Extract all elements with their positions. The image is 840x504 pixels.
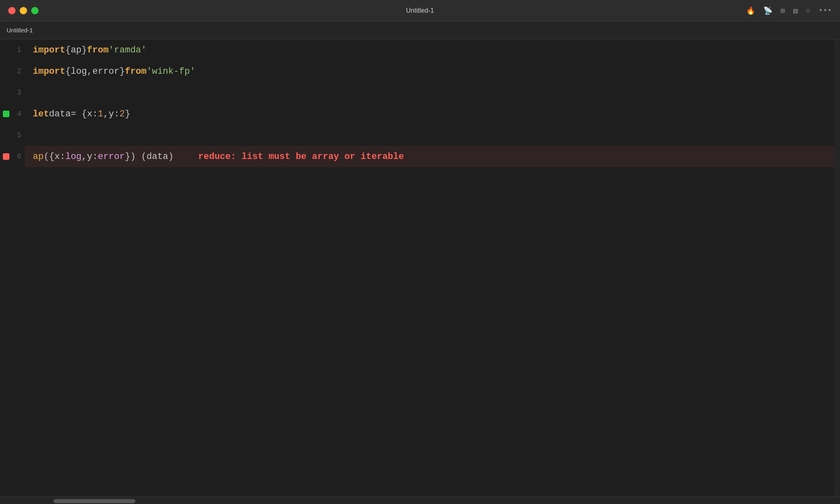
- token-import-2: import: [33, 66, 65, 77]
- split-editor-icon[interactable]: ⊞: [781, 6, 785, 15]
- breakpoint-area-4[interactable]: [0, 111, 12, 117]
- token-string-2: 'wink-fp': [146, 66, 195, 77]
- sidebar-icon[interactable]: ▤: [793, 6, 798, 15]
- token-string-1: 'ramda': [109, 45, 146, 55]
- gutter-row-1: 1: [0, 39, 25, 61]
- line-number-5: 5: [12, 131, 25, 139]
- traffic-lights: [8, 7, 39, 14]
- line-number-1: 1: [12, 46, 25, 54]
- gutter-row-4: 4: [0, 103, 25, 125]
- token-error: error: [98, 152, 125, 162]
- token-from-2: from: [125, 66, 146, 77]
- circle-icon[interactable]: ○: [806, 7, 810, 15]
- token-log: log: [65, 152, 82, 162]
- token-from-1: from: [87, 45, 109, 55]
- token-let: let: [33, 109, 49, 119]
- error-message: reduce: list must be array or iterable: [198, 152, 404, 162]
- breakpoint-area-6[interactable]: [0, 153, 12, 160]
- editor-container: 1 2 3 4 5: [0, 39, 840, 497]
- code-line-1: import { ap } from 'ramda': [25, 39, 840, 61]
- scrollbar-thumb[interactable]: [53, 499, 135, 503]
- tab-title[interactable]: Untitled-1: [7, 27, 33, 34]
- code-line-5: [25, 125, 840, 146]
- flame-icon[interactable]: 🔥: [746, 6, 755, 15]
- gutter-row-2: 2: [0, 61, 25, 82]
- line-number-6: 6: [12, 152, 25, 161]
- code-line-2: import { log , error } from 'wink-fp': [25, 61, 840, 82]
- code-line-3: [25, 82, 840, 103]
- gutter-row-6: 6: [0, 146, 25, 167]
- token-ap: ap: [33, 152, 43, 162]
- close-button[interactable]: [8, 7, 16, 14]
- gutter: 1 2 3 4 5: [0, 39, 25, 497]
- minimize-button[interactable]: [20, 7, 27, 14]
- gutter-row-3: 3: [0, 82, 25, 103]
- title-bar-actions: 🔥 📡 ⊞ ▤ ○ •••: [746, 6, 832, 15]
- vertical-scrollbar[interactable]: [834, 39, 840, 504]
- line-number-4: 4: [12, 110, 25, 118]
- line-number-2: 2: [12, 67, 25, 75]
- tab-bar: Untitled-1: [0, 21, 840, 39]
- code-line-4: let data = { x : 1 , y : 2 }: [25, 103, 840, 125]
- more-options-icon[interactable]: •••: [819, 7, 832, 15]
- horizontal-scrollbar[interactable]: [0, 497, 840, 504]
- breakpoint-red: [3, 153, 9, 160]
- code-line-6: ap ({ x : log , y : error }) ( data ) re…: [25, 146, 840, 167]
- window-title: Untitled-1: [406, 7, 434, 14]
- gutter-row-5: 5: [0, 125, 25, 146]
- line-number-3: 3: [12, 89, 25, 97]
- code-editor[interactable]: import { ap } from 'ramda' import { log …: [25, 39, 840, 497]
- maximize-button[interactable]: [31, 7, 39, 14]
- broadcast-icon[interactable]: 📡: [763, 6, 772, 15]
- title-bar: Untitled-1 🔥 📡 ⊞ ▤ ○ •••: [0, 0, 840, 21]
- token-import-1: import: [33, 45, 65, 55]
- breakpoint-green: [3, 111, 9, 117]
